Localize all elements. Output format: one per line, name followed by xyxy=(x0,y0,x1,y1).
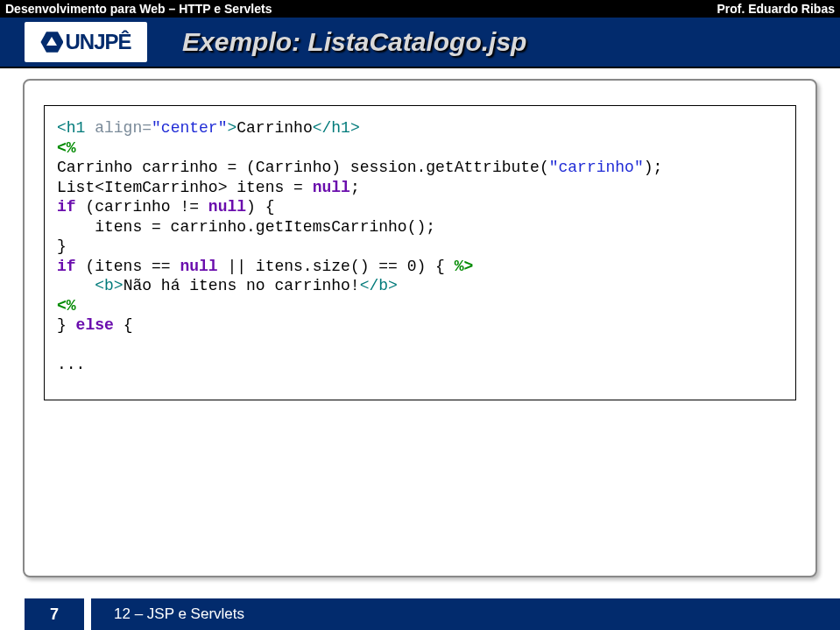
code-text: } xyxy=(57,316,76,334)
code-text: itens = carrinho.getItemsCarrinho(); xyxy=(57,218,435,236)
header-right: Prof. Eduardo Ribas xyxy=(716,2,835,16)
code-str: "center" xyxy=(152,119,227,137)
code-text: Carrinho xyxy=(236,119,312,137)
code-attr: align= xyxy=(95,119,152,137)
footer-text: 12 – JSP e Servlets xyxy=(91,598,840,630)
code-keyword: null xyxy=(180,258,217,275)
code-keyword: if xyxy=(57,258,76,275)
code-keyword: if xyxy=(57,198,76,216)
code-tag: <b> xyxy=(57,277,124,294)
content-area: <h1 align="center">Carrinho</h1> <% Carr… xyxy=(23,79,817,577)
logo-text: UNJPÊ xyxy=(65,30,131,54)
logo-icon xyxy=(40,31,63,53)
code-scriptlet: %> xyxy=(455,258,474,275)
code-scriptlet: <% xyxy=(57,139,76,157)
code-tag: </h1> xyxy=(313,119,360,137)
code-text: { xyxy=(114,316,133,334)
code-tag: </b> xyxy=(360,277,398,294)
code-text: Não há itens no carrinho! xyxy=(124,277,360,294)
page-number: 7 xyxy=(25,598,84,630)
code-keyword: else xyxy=(76,316,114,334)
code-text: ); xyxy=(644,159,663,176)
code-keyword: null xyxy=(208,198,246,216)
code-keyword: null xyxy=(313,179,350,196)
code-text: || itens.size() == 0) { xyxy=(218,258,455,275)
code-tag: <h1 xyxy=(57,119,95,137)
code-str: "carrinho" xyxy=(549,159,644,176)
header-left: Desenvolvimento para Web – HTTP e Servle… xyxy=(5,2,272,16)
code-text: ) { xyxy=(246,198,274,216)
code-scriptlet: <% xyxy=(57,297,76,315)
code-text: List<ItemCarrinho> itens = xyxy=(57,179,313,196)
code-text: } xyxy=(57,237,67,255)
footer: 7 12 – JSP e Servlets xyxy=(0,598,840,630)
title-area: UNJPÊ Exemplo: ListaCatalogo.jsp xyxy=(0,18,840,68)
code-tag: > xyxy=(227,119,236,137)
logo: UNJPÊ xyxy=(25,22,147,62)
code-text: (itens == xyxy=(76,258,180,275)
page-title: Exemplo: ListaCatalogo.jsp xyxy=(147,27,840,57)
code-text: ... xyxy=(57,356,85,373)
code-text: ; xyxy=(350,179,360,196)
code-text: (carrinho != xyxy=(76,198,208,216)
top-bar: Desenvolvimento para Web – HTTP e Servle… xyxy=(0,0,840,18)
code-box: <h1 align="center">Carrinho</h1> <% Carr… xyxy=(44,105,796,400)
code-text: Carrinho carrinho = (Carrinho) session.g… xyxy=(57,159,549,176)
